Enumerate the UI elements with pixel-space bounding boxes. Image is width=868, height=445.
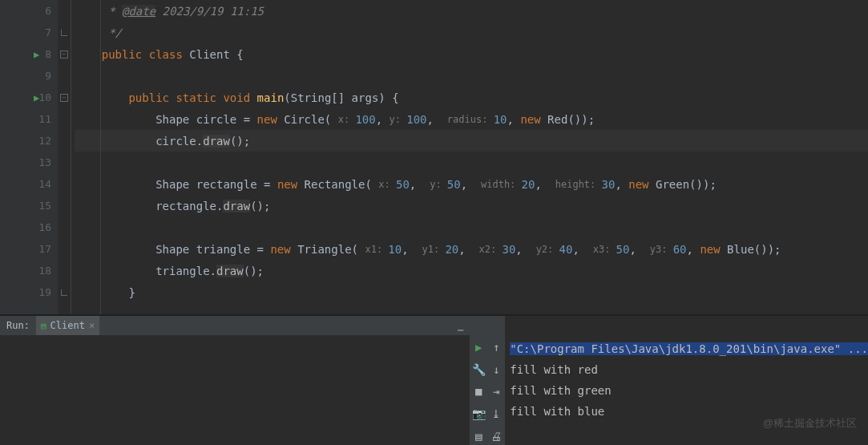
print-icon[interactable]: 🖨 [487, 427, 505, 445]
code-line[interactable]: Shape rectangle = new Rectangle( x: 50, … [75, 173, 868, 195]
fold-marker [58, 0, 71, 22]
run-toolbar-right: ↑ ↓ ⇥ ⤓ 🖨 [487, 316, 505, 445]
code-line[interactable] [75, 65, 868, 87]
console-line: fill with red [510, 359, 868, 380]
fold-marker[interactable]: − [58, 43, 71, 65]
run-gutter-icon[interactable]: ▶ [34, 49, 39, 60]
hide-panel-icon[interactable]: ⎯ [458, 320, 463, 331]
code-line[interactable]: rectangle.draw(); [75, 195, 868, 216]
soft-wrap-icon[interactable]: ⇥ [487, 383, 505, 401]
code-line[interactable]: */ [75, 22, 868, 43]
fold-marker[interactable]: − [58, 87, 71, 108]
fold-marker [58, 238, 71, 260]
fold-marker[interactable] [58, 22, 71, 43]
code-line[interactable]: } [75, 281, 868, 303]
rerun-button[interactable]: ▶ [470, 338, 487, 356]
fold-marker [58, 65, 71, 87]
close-icon[interactable]: × [89, 320, 95, 331]
line-number: 8▶ [0, 43, 58, 65]
fold-marker [58, 216, 71, 238]
up-arrow-icon[interactable]: ↑ [487, 338, 505, 356]
run-toolbar-left: ▶ 🔧 ■ 📷 ▤ [470, 316, 487, 445]
line-number: 14 [0, 173, 58, 195]
run-label: Run: [0, 320, 36, 331]
scroll-end-icon[interactable]: ⤓ [487, 405, 505, 423]
line-number: 6 [0, 0, 58, 22]
down-arrow-icon[interactable]: ↓ [487, 361, 505, 378]
line-number: 18 [0, 260, 58, 281]
fold-marker [58, 130, 71, 152]
wrench-icon[interactable]: 🔧 [470, 361, 487, 378]
code-area[interactable]: * @date 2023/9/19 11:15 */ public class … [71, 0, 868, 314]
code-line[interactable] [75, 152, 868, 173]
line-number: 19 [0, 281, 58, 303]
line-number: 9 [0, 65, 58, 87]
fold-marker [58, 260, 71, 281]
run-tab-client[interactable]: ▤ Client × [36, 316, 99, 335]
indent-guide [100, 0, 101, 314]
code-line[interactable]: Shape triangle = new Triangle( x1: 10, y… [75, 238, 868, 260]
line-number: 15 [0, 195, 58, 216]
line-number: 16 [0, 216, 58, 238]
line-number: 12 [0, 130, 58, 152]
code-line[interactable]: * @date 2023/9/19 11:15 [75, 0, 868, 22]
code-line[interactable]: public class Client { [75, 43, 868, 65]
run-panel: Run: ▤ Client × ⎯ ▶ 🔧 ■ 📷 ▤ ↑ ↓ ⇥ ⤓ 🖨 "C… [0, 314, 868, 445]
code-line[interactable]: Shape circle = new Circle( x: 100, y: 10… [75, 108, 868, 130]
code-editor[interactable]: 678▶910▶111213141516171819 −− * @date 20… [0, 0, 868, 314]
fold-marker[interactable] [58, 281, 71, 303]
fold-column: −− [58, 0, 71, 314]
line-number: 10▶ [0, 87, 58, 108]
console-line: fill with green [510, 380, 868, 401]
run-tab-label: Client [50, 320, 85, 331]
line-number: 13 [0, 152, 58, 173]
code-line[interactable]: circle.draw(); [75, 130, 868, 152]
line-number: 7 [0, 22, 58, 43]
console-line: "C:\Program Files\Java\jdk1.8.0_201\bin\… [510, 338, 868, 359]
fold-marker [58, 152, 71, 173]
fold-marker [58, 108, 71, 130]
code-line[interactable] [75, 216, 868, 238]
run-config-icon: ▤ [41, 321, 46, 331]
gutter: 678▶910▶111213141516171819 [0, 0, 58, 314]
layout-icon[interactable]: ▤ [470, 427, 487, 445]
run-gutter-icon[interactable]: ▶ [34, 92, 39, 103]
code-line[interactable]: public static void main(String[] args) { [75, 87, 868, 108]
fold-marker [58, 195, 71, 216]
watermark: @稀土掘金技术社区 [763, 416, 857, 431]
camera-icon[interactable]: 📷 [470, 405, 487, 423]
line-number: 11 [0, 108, 58, 130]
code-line[interactable]: triangle.draw(); [75, 260, 868, 281]
run-panel-header: Run: ▤ Client × ⎯ [0, 316, 470, 335]
line-number: 17 [0, 238, 58, 260]
stop-button[interactable]: ■ [470, 383, 487, 401]
fold-marker [58, 173, 71, 195]
